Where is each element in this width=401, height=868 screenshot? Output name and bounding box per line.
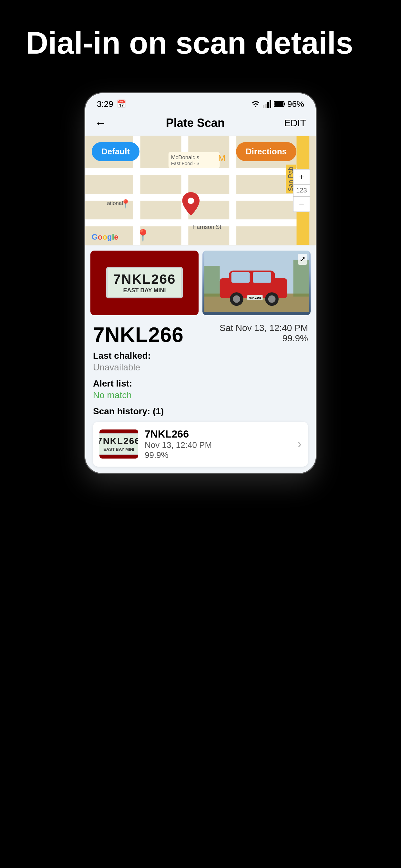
map-background: Harrison St McDonald's Fast Food · $ M a… xyxy=(85,135,316,245)
back-arrow-icon: ← xyxy=(95,116,106,130)
alert-list-label: Alert list: xyxy=(93,378,308,389)
photos-row: 7NKL266 EAST BAY MINI xyxy=(85,245,316,315)
battery-percent: 96% xyxy=(287,99,304,109)
svg-rect-3 xyxy=(270,100,271,108)
history-plate-state: EAST BAY MINI xyxy=(103,447,134,452)
zoom-badge: 123 xyxy=(293,185,310,196)
history-plate-photo: 7NKL266 EAST BAY MINI xyxy=(99,430,138,459)
plate-photo-bg: 7NKL266 EAST BAY MINI xyxy=(90,251,198,315)
nav-title: Plate Scan xyxy=(166,116,225,130)
status-time: 3:29 xyxy=(97,99,113,109)
history-card[interactable]: 7NKL266 EAST BAY MINI 7NKL266 Nov 13, 12… xyxy=(93,422,308,467)
scan-history-label: Scan history: (1) xyxy=(93,406,308,416)
svg-text:7NKL266: 7NKL266 xyxy=(248,296,261,299)
svg-rect-2 xyxy=(267,102,269,108)
scan-confidence: 99.9% xyxy=(220,333,308,344)
alert-list-value: No match xyxy=(93,390,308,400)
svg-point-31 xyxy=(233,295,240,303)
google-logo: Google xyxy=(92,232,119,242)
wifi-icon xyxy=(251,100,261,108)
scan-history-section: Scan history: (1) 7NKL266 EAST BAY MINI … xyxy=(93,406,308,467)
history-plate-number: 7NKL266 xyxy=(99,436,138,446)
svg-rect-13 xyxy=(229,136,236,245)
last-chalked-label: Last chalked: xyxy=(93,351,308,361)
history-plate-inner: 7NKL266 EAST BAY MINI xyxy=(99,433,138,455)
edit-button[interactable]: EDIT xyxy=(284,118,306,128)
svg-text:M: M xyxy=(218,153,226,163)
plate-title-row: 7NKL266 Sat Nov 13, 12:40 PM 99.9% xyxy=(93,323,308,347)
signal-icon xyxy=(263,100,272,108)
svg-rect-6 xyxy=(274,102,283,106)
svg-point-33 xyxy=(268,295,276,303)
svg-rect-37 xyxy=(294,259,309,297)
svg-rect-36 xyxy=(204,266,220,297)
plate-photo-thumb[interactable]: 7NKL266 EAST BAY MINI xyxy=(90,251,198,315)
svg-rect-0 xyxy=(263,105,265,108)
plate-number-display: 7NKL266 xyxy=(113,272,176,287)
plate-state-display: EAST BAY MINI xyxy=(123,287,166,293)
car-photo-bg: 7NKL266 ⤢ xyxy=(203,251,311,315)
zoom-in-button[interactable]: + xyxy=(293,169,310,185)
history-thumb: 7NKL266 EAST BAY MINI xyxy=(99,430,138,459)
history-plate-text: 7NKL266 xyxy=(145,428,291,440)
zoom-out-button[interactable]: − xyxy=(293,196,310,212)
svg-rect-8 xyxy=(85,168,303,175)
alert-list-row: Alert list: No match xyxy=(93,378,308,400)
details-section: 7NKL266 Sat Nov 13, 12:40 PM 99.9% Last … xyxy=(85,315,316,467)
scan-date: Sat Nov 13, 12:40 PM xyxy=(220,323,308,333)
svg-rect-1 xyxy=(265,104,267,108)
svg-text:Fast Food · $: Fast Food · $ xyxy=(171,160,199,166)
top-nav: ← Plate Scan EDIT xyxy=(85,113,316,135)
calendar-icon: 📅 xyxy=(117,99,126,108)
phone-wrapper: 3:29 📅 xyxy=(0,80,401,506)
plate-title: 7NKL266 xyxy=(93,323,184,347)
default-button[interactable]: Default xyxy=(92,142,140,161)
map-container[interactable]: Harrison St McDonald's Fast Food · $ M a… xyxy=(85,135,316,245)
car-svg: 7NKL266 xyxy=(203,251,311,312)
svg-text:Harrison St: Harrison St xyxy=(192,224,221,230)
scan-info: Sat Nov 13, 12:40 PM 99.9% xyxy=(220,323,308,344)
status-bar: 3:29 📅 xyxy=(85,93,316,113)
hero-section: Dial-in on scan details xyxy=(0,0,401,80)
last-chalked-row: Last chalked: Unavailable xyxy=(93,351,308,373)
phone-frame: 3:29 📅 xyxy=(84,92,317,474)
svg-text:McDonald's: McDonald's xyxy=(171,154,199,160)
car-photo-thumb[interactable]: 7NKL266 ⤢ xyxy=(203,251,311,315)
plate-display: 7NKL266 EAST BAY MINI xyxy=(106,267,183,299)
last-chalked-value: Unavailable xyxy=(93,362,308,373)
svg-text:📍: 📍 xyxy=(120,198,131,209)
expand-icon[interactable]: ⤢ xyxy=(298,254,307,265)
map-zoom-controls: + 123 − xyxy=(293,169,310,212)
hero-title: Dial-in on scan details xyxy=(0,0,401,80)
status-right: 96% xyxy=(251,99,304,109)
back-button[interactable]: ← xyxy=(95,116,106,130)
battery-icon xyxy=(274,101,285,107)
history-confidence: 99.9% xyxy=(145,450,291,460)
svg-rect-5 xyxy=(284,103,285,105)
svg-point-21 xyxy=(188,197,194,204)
chevron-right-icon: › xyxy=(298,437,302,451)
directions-button[interactable]: Directions xyxy=(236,142,297,161)
status-left: 3:29 📅 xyxy=(97,99,126,109)
svg-rect-29 xyxy=(253,272,271,283)
map-location-icon: 📍 xyxy=(135,228,150,243)
history-date: Nov 13, 12:40 PM xyxy=(145,440,291,450)
history-info: 7NKL266 Nov 13, 12:40 PM 99.9% xyxy=(145,428,291,460)
svg-rect-28 xyxy=(232,272,250,283)
